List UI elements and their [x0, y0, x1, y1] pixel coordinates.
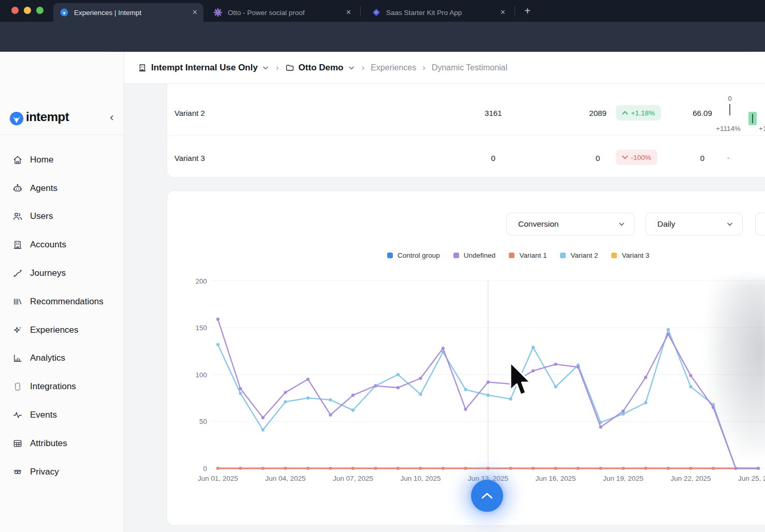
sidebar-item-accounts[interactable]: Accounts [0, 231, 124, 259]
intempt-favicon [60, 8, 69, 17]
data-point [216, 343, 219, 346]
data-point [577, 467, 580, 470]
tab-close-icon[interactable]: × [501, 8, 505, 17]
tab-close-icon[interactable]: × [346, 8, 351, 17]
breadcrumb-project[interactable]: Otto Demo [299, 63, 344, 73]
traffic-light-close[interactable] [11, 7, 19, 14]
data-point [262, 467, 264, 470]
x-axis-tick-label: Jun 04, 2025 [265, 475, 305, 482]
sidebar-item-privacy[interactable]: Privacy [0, 458, 124, 486]
y-axis-tick-label: 0 [203, 465, 207, 472]
data-point [261, 416, 264, 419]
home-icon [12, 155, 23, 165]
data-point [329, 413, 332, 417]
data-point [464, 388, 467, 391]
sidebar-collapse-icon[interactable]: ‹ [106, 111, 118, 124]
chevron-down-icon[interactable] [347, 64, 356, 72]
traffic-light-zoom[interactable] [36, 7, 43, 14]
data-point [689, 385, 692, 388]
breadcrumb-separator: › [422, 63, 425, 73]
saas-kit-favicon [372, 8, 381, 17]
data-point [419, 393, 422, 396]
bar-chart-icon [12, 353, 23, 363]
legend-swatch [560, 253, 566, 258]
data-point [712, 467, 715, 470]
data-point [622, 409, 625, 412]
sidebar-item-label: Experiences [30, 325, 79, 335]
legend-item-control-group[interactable]: Control group [387, 252, 440, 259]
legend-item-undefined[interactable]: Undefined [453, 252, 496, 259]
data-point [464, 467, 467, 470]
breadcrumb: Intempt Internal Use Only › Otto Demo › … [124, 52, 765, 84]
divider [0, 135, 124, 135]
chevron-down-icon [617, 220, 626, 228]
improvement-tick [729, 104, 730, 115]
intempt-logo-icon [9, 111, 24, 126]
folder-icon [285, 63, 295, 72]
legend-swatch [387, 253, 393, 258]
data-point [487, 467, 490, 470]
granularity-dropdown-value: Daily [657, 219, 675, 229]
sidebar-item-agents[interactable]: Agents [0, 174, 124, 202]
legend-item-variant-3[interactable]: Variant 3 [611, 252, 649, 259]
data-point [284, 400, 287, 403]
conversion-chart[interactable]: 050100150200Jun 01, 2025Jun 04, 2025Jun … [167, 273, 765, 486]
tab-otto-power-social-proof[interactable]: Otto - Power social proof × [207, 3, 357, 22]
improvement-bar [748, 112, 757, 125]
sidebar-item-label: Events [30, 410, 57, 420]
data-point [622, 412, 625, 416]
sidebar-item-journeys[interactable]: Journeys [0, 259, 124, 287]
breadcrumb-org[interactable]: Intempt Internal Use Only [151, 63, 258, 73]
improvement-top-value: 0 [722, 95, 738, 102]
sidebar-item-recommendations[interactable]: Recommendations [0, 288, 124, 316]
x-axis-tick-label: Jun 22, 2025 [670, 475, 711, 482]
sidebar-item-users[interactable]: Users [0, 202, 124, 230]
tab-experiences-intempt[interactable]: Experiences | Intempt × [53, 3, 203, 22]
sidebar-item-experiences[interactable]: Experiences [0, 316, 124, 344]
y-axis-tick-label: 150 [195, 324, 207, 332]
breadcrumb-section[interactable]: Experiences [371, 63, 416, 72]
data-point [239, 392, 242, 395]
data-point [667, 328, 670, 331]
data-point [532, 346, 535, 349]
recommendations-icon [12, 297, 23, 307]
sidebar-item-events[interactable]: Events [0, 401, 124, 429]
legend-swatch [453, 253, 459, 258]
sidebar-item-analytics[interactable]: Analytics [0, 344, 124, 372]
sidebar-item-label: Attributes [30, 438, 67, 449]
chevron-down-icon[interactable] [261, 64, 270, 72]
robot-icon [12, 183, 23, 194]
tab-saas-starter-kit[interactable]: Saas Starter Kit Pro App × [365, 3, 511, 22]
legend-item-variant-1[interactable]: Variant 1 [509, 252, 547, 259]
legend-label: Variant 3 [622, 252, 649, 259]
tab-title: Saas Starter Kit Pro App [386, 9, 496, 17]
data-point [554, 467, 557, 470]
data-point [374, 467, 377, 470]
sidebar-item-label: Users [30, 211, 53, 221]
data-point [599, 467, 602, 470]
variant-name: Variant 2 [174, 109, 205, 117]
data-point [734, 467, 737, 470]
otto-favicon [213, 8, 223, 17]
data-point [351, 394, 355, 397]
sidebar-item-attributes[interactable]: Attributes [0, 430, 124, 457]
chevron-down-icon [726, 220, 734, 228]
new-tab-button[interactable]: + [521, 5, 534, 18]
data-point [644, 401, 647, 404]
granularity-dropdown[interactable]: Daily [645, 213, 743, 235]
data-point [329, 398, 332, 402]
scroll-to-top-button[interactable] [471, 480, 503, 512]
mask-icon [12, 467, 23, 477]
tab-close-icon[interactable]: × [193, 8, 197, 17]
legend-label: Control group [398, 252, 440, 259]
sidebar-item-home[interactable]: Home [0, 146, 124, 174]
data-point [217, 467, 219, 470]
clipped-toolbar-button[interactable] [755, 213, 765, 235]
data-point [239, 387, 242, 390]
traffic-light-minimize[interactable] [24, 7, 31, 14]
metric-dropdown[interactable]: Conversion [506, 213, 635, 235]
data-point [757, 467, 760, 470]
data-point [284, 467, 287, 470]
sidebar-item-integrations[interactable]: Integrations [0, 373, 124, 401]
legend-item-variant-2[interactable]: Variant 2 [560, 252, 598, 259]
